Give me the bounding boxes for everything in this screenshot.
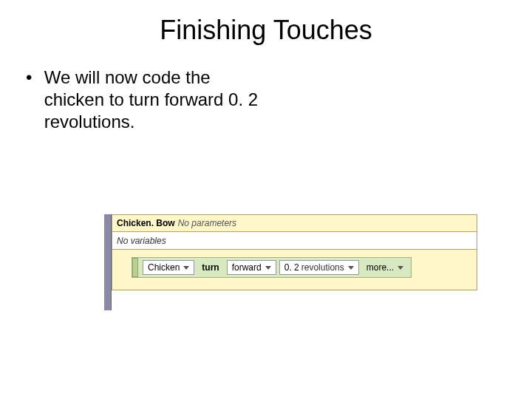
bullet-text: We will now code the chicken to turn for… <box>44 66 266 133</box>
code-row: Chicken turn forward 0. 2 revolutions <box>112 250 477 290</box>
statement-grip[interactable] <box>132 258 138 277</box>
object-label: Chicken <box>148 262 180 273</box>
slide: Finishing Touches • We will now code the… <box>0 0 532 399</box>
amount-value: 0. 2 <box>284 262 299 273</box>
direction-label: forward <box>232 262 262 273</box>
direction-tile[interactable]: forward <box>227 260 276 275</box>
variables-row: No variables <box>112 232 477 250</box>
statement-tile[interactable]: Chicken turn forward 0. 2 revolutions <box>132 257 412 278</box>
dropdown-icon <box>398 266 403 270</box>
vars-label: No variables <box>117 236 166 246</box>
dropdown-icon <box>348 266 354 270</box>
action-tile[interactable]: turn <box>197 260 223 275</box>
more-label: more... <box>366 262 394 273</box>
editor-left-edge <box>104 214 112 310</box>
amount-unit: revolutions <box>301 262 344 273</box>
method-header-row: Chicken. Bow No parameters <box>112 214 477 232</box>
object-tile[interactable]: Chicken <box>143 260 194 275</box>
more-tile[interactable]: more... <box>362 260 408 275</box>
alice-editor-panel: Chicken. Bow No parameters No variables … <box>104 214 477 290</box>
dropdown-icon <box>265 266 271 270</box>
editor-body: Chicken. Bow No parameters No variables … <box>112 214 477 290</box>
dropdown-icon <box>183 266 189 270</box>
bullet-list: • We will now code the chicken to turn f… <box>26 66 321 133</box>
params-label: No parameters <box>178 218 236 228</box>
bullet-dot: • <box>26 66 39 89</box>
method-name: Chicken. Bow <box>117 218 175 228</box>
amount-tile[interactable]: 0. 2 revolutions <box>279 260 359 275</box>
slide-title: Finishing Touches <box>0 15 532 46</box>
action-label: turn <box>202 262 219 273</box>
